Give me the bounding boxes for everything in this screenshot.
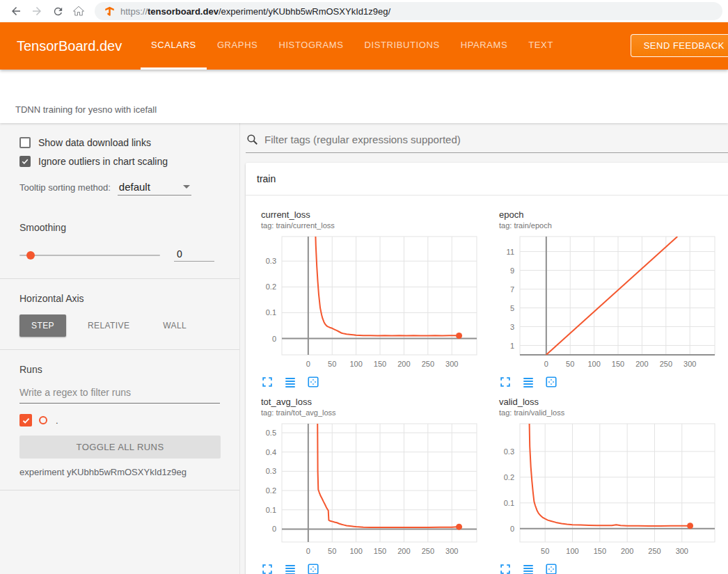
send-feedback-button[interactable]: SEND FEEDBACK bbox=[631, 34, 728, 57]
chart-plot-current_loss[interactable]: 05010015020025030000.10.20.3 bbox=[250, 232, 480, 374]
run-item[interactable]: . bbox=[19, 414, 220, 426]
run-checkbox[interactable] bbox=[19, 414, 32, 426]
tab-distributions[interactable]: DISTRIBUTIONS bbox=[354, 22, 450, 70]
chart-plot-tot_avg_loss[interactable]: 05010015020025030000.10.20.30.40.5 bbox=[250, 420, 480, 561]
tab-histograms[interactable]: HISTOGRAMS bbox=[268, 22, 354, 70]
svg-text:9: 9 bbox=[510, 266, 514, 275]
charts-grid: current_losstag: train/current_loss05010… bbox=[246, 196, 728, 574]
tooltip-sorting-label: Tooltip sorting method: bbox=[19, 182, 111, 193]
svg-text:150: 150 bbox=[612, 360, 624, 368]
filter-underline bbox=[246, 152, 728, 153]
svg-text:50: 50 bbox=[566, 360, 574, 368]
svg-text:50: 50 bbox=[328, 547, 336, 555]
search-icon bbox=[246, 133, 259, 146]
svg-text:0: 0 bbox=[510, 525, 514, 533]
svg-text:300: 300 bbox=[445, 547, 458, 555]
chart-toolbar bbox=[488, 563, 726, 574]
svg-text:0: 0 bbox=[306, 360, 310, 368]
tooltip-sorting-select[interactable]: default bbox=[118, 181, 191, 196]
run-color-swatch-icon bbox=[39, 416, 47, 424]
svg-text:0: 0 bbox=[544, 360, 548, 368]
check-icon bbox=[21, 157, 29, 166]
svg-text:100: 100 bbox=[566, 547, 578, 555]
svg-text:100: 100 bbox=[349, 547, 362, 555]
expand-icon[interactable] bbox=[499, 563, 512, 574]
chart-toolbar bbox=[250, 376, 488, 388]
toggle-all-runs-button[interactable]: TOGGLE ALL RUNS bbox=[19, 436, 221, 459]
tab-text[interactable]: TEXT bbox=[518, 22, 564, 70]
axis-wall-button[interactable]: WALL bbox=[151, 314, 198, 337]
svg-text:1: 1 bbox=[510, 342, 514, 350]
horizontal-axis-label: Horizontal Axis bbox=[19, 293, 220, 304]
nav-tabs: SCALARS GRAPHS HISTOGRAMS DISTRIBUTIONS … bbox=[141, 22, 564, 70]
fit-domain-icon[interactable] bbox=[545, 563, 557, 574]
filter-tags-row: Filter tags (regular expressions support… bbox=[240, 123, 728, 146]
svg-text:0.2: 0.2 bbox=[504, 473, 514, 481]
experiment-id-caption: experiment yKUbhb5wRmOSXYkId1z9eg bbox=[19, 467, 220, 477]
forward-arrow-icon[interactable] bbox=[26, 1, 47, 21]
url-bar[interactable]: https://tensorboard.dev/experiment/yKUbh… bbox=[95, 2, 722, 20]
chart-toolbar bbox=[488, 376, 726, 388]
runs-section: Runs Write a regex to filter runs . TOGG… bbox=[0, 350, 239, 491]
svg-text:0: 0 bbox=[272, 335, 276, 343]
svg-text:100: 100 bbox=[587, 360, 600, 368]
chart-plot-epoch[interactable]: 0501001502002503001357911 bbox=[488, 232, 718, 374]
tensorboard-favicon bbox=[104, 6, 115, 17]
stacked-lines-icon[interactable] bbox=[284, 376, 296, 388]
tooltip-sorting-row: Tooltip sorting method: default bbox=[19, 181, 220, 196]
experiment-title: TDNN training for yesno with icefall bbox=[15, 104, 157, 115]
smoothing-slider[interactable] bbox=[19, 255, 160, 256]
fit-domain-icon[interactable] bbox=[545, 376, 557, 388]
smoothing-label: Smoothing bbox=[19, 222, 220, 233]
tensorboard-logo: TensorBoard.dev bbox=[17, 38, 141, 54]
tag-group-card: train current_losstag: train/current_los… bbox=[246, 163, 728, 574]
fit-domain-icon[interactable] bbox=[307, 563, 319, 574]
chart-tag: tag: train/current_loss bbox=[250, 221, 488, 230]
svg-text:300: 300 bbox=[676, 547, 688, 555]
tab-hparams[interactable]: HPARAMS bbox=[450, 22, 519, 70]
svg-text:7: 7 bbox=[510, 285, 514, 294]
svg-text:0.3: 0.3 bbox=[504, 447, 514, 456]
checkbox-checked[interactable] bbox=[19, 156, 31, 167]
expand-icon[interactable] bbox=[261, 563, 274, 574]
tab-graphs[interactable]: GRAPHS bbox=[207, 22, 269, 70]
smoothing-section: Smoothing 0 bbox=[0, 208, 239, 279]
smoothing-value-input[interactable]: 0 bbox=[174, 248, 214, 262]
svg-text:250: 250 bbox=[422, 547, 434, 555]
svg-text:200: 200 bbox=[397, 547, 410, 555]
slider-thumb[interactable] bbox=[26, 251, 35, 260]
back-arrow-icon[interactable] bbox=[6, 1, 26, 21]
home-icon[interactable] bbox=[68, 1, 89, 21]
chevron-down-icon bbox=[183, 185, 190, 189]
select-value: default bbox=[119, 181, 150, 193]
stacked-lines-icon[interactable] bbox=[522, 563, 535, 574]
reload-icon[interactable] bbox=[47, 1, 68, 21]
runs-label: Runs bbox=[19, 364, 220, 375]
chart-tag: tag: train/valid_loss bbox=[488, 408, 726, 417]
checkbox-unchecked[interactable] bbox=[19, 137, 31, 148]
chart-title: epoch bbox=[488, 209, 726, 220]
stacked-lines-icon[interactable] bbox=[284, 563, 296, 574]
tag-group-header[interactable]: train bbox=[246, 163, 728, 196]
general-settings-section: Show data download links Ignore outliers… bbox=[0, 123, 239, 208]
ignore-outliers-checkbox[interactable]: Ignore outliers in chart scaling bbox=[19, 156, 220, 167]
runs-regex-input[interactable]: Write a regex to filter runs bbox=[19, 386, 220, 404]
stacked-lines-icon[interactable] bbox=[522, 376, 535, 388]
svg-text:200: 200 bbox=[621, 547, 633, 555]
svg-text:11: 11 bbox=[507, 248, 514, 256]
show-download-links-checkbox[interactable]: Show data download links bbox=[19, 137, 220, 148]
svg-text:250: 250 bbox=[660, 360, 672, 368]
chart-title: valid_loss bbox=[488, 397, 726, 407]
tab-scalars[interactable]: SCALARS bbox=[141, 22, 207, 70]
axis-step-button[interactable]: STEP bbox=[19, 314, 66, 337]
expand-icon[interactable] bbox=[499, 376, 512, 388]
chart-tag: tag: train/tot_avg_loss bbox=[250, 408, 488, 417]
svg-text:150: 150 bbox=[594, 547, 606, 555]
filter-tags-input[interactable]: Filter tags (regular expressions support… bbox=[264, 134, 461, 145]
experiment-bar: TDNN training for yesno with icefall bbox=[0, 70, 728, 123]
checkbox-label: Show data download links bbox=[38, 137, 151, 148]
axis-relative-button[interactable]: RELATIVE bbox=[76, 314, 141, 337]
chart-plot-valid_loss[interactable]: 5010015020025030000.10.20.3 bbox=[488, 420, 718, 561]
fit-domain-icon[interactable] bbox=[307, 376, 319, 388]
expand-icon[interactable] bbox=[261, 376, 274, 388]
